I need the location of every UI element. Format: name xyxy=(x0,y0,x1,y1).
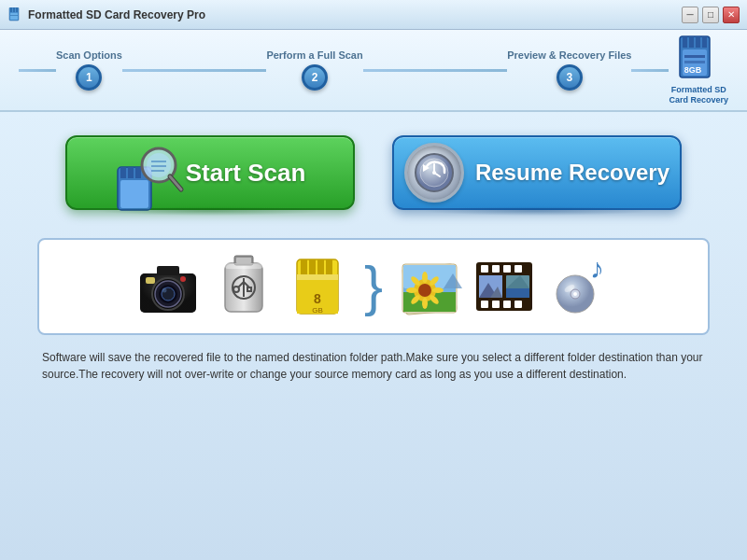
titlebar: Formatted SD Card Recovery Pro ─ □ ✕ xyxy=(0,0,747,30)
svg-rect-2 xyxy=(10,7,12,12)
svg-rect-4 xyxy=(16,7,18,12)
step-2-number: 2 xyxy=(312,71,318,84)
step-line-1 xyxy=(19,69,56,72)
step-2-group: Perform a Full Scan 2 xyxy=(266,49,362,91)
svg-rect-84 xyxy=(492,301,500,308)
svg-rect-57 xyxy=(326,259,332,274)
svg-text:♪: ♪ xyxy=(590,255,604,284)
svg-point-71 xyxy=(406,287,417,293)
svg-point-69 xyxy=(422,272,428,283)
app-title: Formatted SD Card Recovery Pro xyxy=(28,8,205,21)
maximize-button[interactable]: □ xyxy=(702,7,719,23)
svg-rect-19 xyxy=(135,167,141,178)
step-1-number: 1 xyxy=(86,71,92,84)
svg-point-97 xyxy=(573,292,577,296)
svg-rect-8 xyxy=(683,36,687,48)
photo-icon xyxy=(397,254,462,319)
sd-svg: 8 GB xyxy=(288,255,348,318)
svg-rect-45 xyxy=(236,258,251,263)
step-3-number: 3 xyxy=(566,71,572,84)
svg-rect-83 xyxy=(481,301,488,308)
step-2-label: Perform a Full Scan xyxy=(266,49,362,61)
audio-svg: ♪ xyxy=(547,255,611,318)
usb-drive-icon xyxy=(210,254,275,319)
svg-rect-61 xyxy=(297,274,338,280)
header: Scan Options 1 Perform a Full Scan 2 Pre… xyxy=(0,30,747,112)
buttons-row: Start Scan xyxy=(37,135,710,210)
step-line-2 xyxy=(122,69,266,72)
step-1-label: Scan Options xyxy=(56,49,122,61)
svg-rect-35 xyxy=(157,266,179,275)
svg-point-40 xyxy=(162,287,167,292)
svg-rect-86 xyxy=(514,301,522,308)
svg-line-23 xyxy=(170,176,181,189)
resume-recovery-label: Resume Recovery xyxy=(475,160,669,186)
svg-text:GB: GB xyxy=(312,306,323,315)
content-area: Start Scan xyxy=(0,112,747,560)
sd-card-icon-strip: 8 GB xyxy=(285,254,350,319)
close-button[interactable]: ✕ xyxy=(723,7,740,23)
app-logo: 8GB Formatted SD Card Recovery xyxy=(669,35,728,105)
svg-point-32 xyxy=(432,171,436,175)
svg-rect-1 xyxy=(10,13,18,20)
camera-icon xyxy=(135,254,201,319)
svg-rect-12 xyxy=(684,55,705,58)
arrow-brace: } xyxy=(359,254,388,319)
svg-rect-3 xyxy=(13,7,15,12)
svg-text:8GB: 8GB xyxy=(684,65,702,75)
step-line-4 xyxy=(631,69,669,72)
camera-svg xyxy=(136,257,200,317)
step-3-group: Preview & Recovery Files 3 xyxy=(507,49,631,91)
step-3-circle: 3 xyxy=(557,64,583,91)
steps-container: Scan Options 1 Perform a Full Scan 2 Pre… xyxy=(19,49,669,91)
photo-svg xyxy=(397,255,462,318)
svg-rect-82 xyxy=(514,265,522,273)
minimize-button[interactable]: ─ xyxy=(682,7,698,23)
svg-rect-79 xyxy=(481,265,488,273)
svg-point-68 xyxy=(418,284,431,297)
logo-sd-icon: 8GB xyxy=(675,35,722,81)
start-scan-label: Start Scan xyxy=(186,159,306,188)
filmstrip-svg xyxy=(472,255,537,318)
usb-svg xyxy=(213,254,274,319)
svg-rect-13 xyxy=(684,61,705,63)
svg-point-42 xyxy=(180,276,186,282)
svg-rect-55 xyxy=(309,259,316,274)
resume-recovery-button[interactable]: Resume Recovery xyxy=(392,135,682,210)
step-2-circle: 2 xyxy=(302,64,328,91)
svg-rect-16 xyxy=(120,180,148,208)
step-1-group: Scan Options 1 xyxy=(56,49,122,91)
svg-point-70 xyxy=(422,298,428,309)
svg-rect-11 xyxy=(702,36,707,48)
titlebar-left: Formatted SD Card Recovery Pro xyxy=(7,7,205,22)
svg-rect-5 xyxy=(10,15,18,16)
filmstrip-icon xyxy=(472,254,537,319)
svg-rect-52 xyxy=(225,263,262,269)
svg-rect-81 xyxy=(503,265,511,273)
recovery-icon xyxy=(404,143,464,203)
window-controls: ─ □ ✕ xyxy=(682,7,740,23)
svg-rect-10 xyxy=(696,36,700,48)
svg-rect-54 xyxy=(301,259,307,274)
svg-point-72 xyxy=(432,287,444,293)
audio-icon: ♪ xyxy=(546,254,612,319)
svg-rect-9 xyxy=(689,36,694,48)
step-line-3 xyxy=(363,69,507,72)
start-scan-button[interactable]: Start Scan xyxy=(65,135,355,210)
svg-rect-18 xyxy=(128,167,134,178)
titlebar-app-icon xyxy=(7,7,22,22)
svg-text:8: 8 xyxy=(314,291,321,306)
svg-rect-41 xyxy=(146,277,155,284)
svg-rect-17 xyxy=(120,167,126,178)
logo-text: Formatted SD Card Recovery xyxy=(669,85,728,105)
icons-strip: 8 GB } xyxy=(37,238,710,335)
step-1-circle: 1 xyxy=(76,64,102,91)
recovery-icon-svg xyxy=(413,151,456,194)
steps-wrapper: Scan Options 1 Perform a Full Scan 2 Pre… xyxy=(19,49,669,91)
svg-rect-85 xyxy=(503,301,511,308)
scan-icon xyxy=(110,139,170,206)
svg-rect-56 xyxy=(317,259,324,274)
scan-icon-svg xyxy=(110,139,185,214)
info-text: Software will save the recovered file to… xyxy=(37,349,710,383)
svg-rect-93 xyxy=(506,288,529,298)
